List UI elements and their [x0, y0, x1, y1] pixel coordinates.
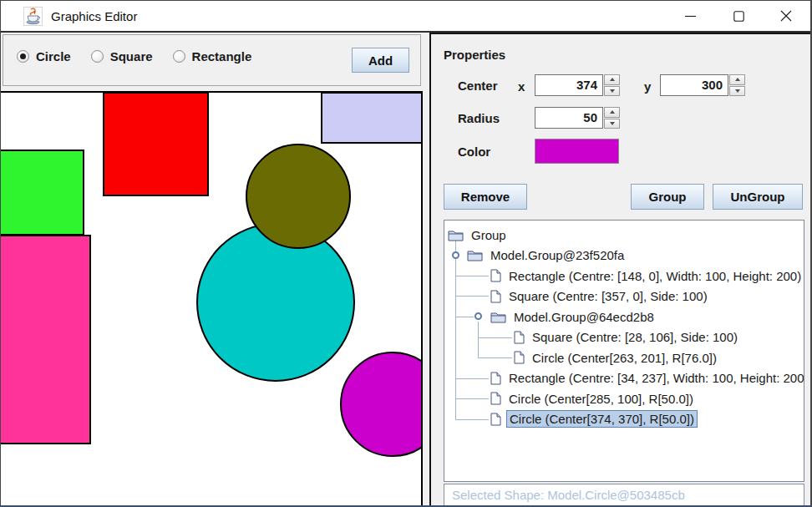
teal-circle[interactable] [197, 224, 354, 381]
radio-rectangle-icon [173, 50, 185, 63]
close-button[interactable] [766, 1, 805, 31]
document-icon [490, 413, 501, 426]
radio-square-label: Square [110, 49, 153, 63]
tree-line [455, 378, 489, 379]
group-button[interactable]: Group [631, 184, 704, 210]
radius-spinner: 50 [535, 107, 620, 129]
arrow-up-icon [610, 110, 615, 114]
tree-item-circle-263-201[interactable]: Circle (Center[263, 201], R[76.0]) [514, 348, 719, 367]
center-x-input[interactable]: 374 [535, 74, 603, 96]
tree-item-square-28-106[interactable]: Square (Centre: [28, 106], Side: 100) [514, 328, 740, 347]
app-window: Graphics Editor Circle Square Rectangle [0, 0, 812, 507]
tree-line [478, 357, 512, 358]
tree-item-model-group-64ecd2b8[interactable]: Model.Group@64ecd2b8 [490, 307, 657, 326]
x-label: x [518, 79, 525, 94]
status-text-field[interactable]: Selected Shape: Model.Circle@503485cb [444, 484, 804, 506]
expand-handle-icon[interactable] [452, 251, 459, 259]
tree-line [455, 296, 489, 297]
folder-icon [467, 249, 483, 261]
center-x-down-button[interactable] [604, 86, 620, 97]
tree-line [455, 237, 456, 419]
radio-circle-icon [17, 50, 29, 63]
tree-item-rectangle-34-237[interactable]: Rectangle (Centre: [34, 237], Width: 100… [490, 369, 804, 388]
center-label: Center [458, 79, 498, 93]
close-icon [780, 10, 792, 22]
color-label: Color [458, 144, 490, 159]
tree-line [455, 398, 489, 399]
center-y-input[interactable]: 300 [660, 74, 728, 96]
add-button[interactable]: Add [352, 48, 409, 73]
drawing-canvas[interactable] [1, 91, 423, 507]
pink-rectangle[interactable] [1, 236, 90, 444]
tree-item-rectangle-148-0[interactable]: Rectangle (Centre: [148, 0], Width: 100,… [490, 266, 804, 285]
shape-tree: Group Model.Group@23f520fa Rectangle (Ce… [444, 220, 804, 482]
folder-icon [448, 229, 464, 241]
tree-item-square-357-0[interactable]: Square (Centre: [357, 0], Side: 100) [490, 287, 710, 306]
radius-down-button[interactable] [604, 119, 620, 129]
radio-circle-label: Circle [36, 49, 71, 63]
tree-item-circle-374-370[interactable]: Circle (Center[374, 370], R[50.0]) [490, 410, 698, 428]
document-icon [490, 269, 501, 282]
arrow-up-icon [735, 78, 740, 81]
tree-item-group-root[interactable]: Group [448, 226, 509, 244]
document-icon [490, 290, 501, 303]
tree-item-circle-285-100[interactable]: Circle (Center[285, 100], R[50.0]) [490, 389, 696, 408]
radio-rectangle[interactable]: Rectangle [173, 49, 252, 63]
title-bar: Graphics Editor [1, 1, 810, 33]
folder-icon [490, 311, 506, 323]
document-icon [514, 351, 525, 364]
lavender-rectangle[interactable] [322, 93, 423, 143]
minimize-button[interactable] [671, 1, 710, 31]
shape-toolbar: Circle Square Rectangle Add [3, 34, 421, 86]
tree-line [455, 419, 489, 420]
ungroup-button[interactable]: UnGroup [713, 184, 803, 210]
arrow-down-icon [735, 89, 740, 93]
document-icon [490, 392, 501, 405]
radius-input[interactable]: 50 [535, 107, 603, 129]
tree-line [478, 337, 512, 338]
minimize-icon [685, 11, 696, 22]
olive-circle[interactable] [246, 144, 350, 248]
tree-line [478, 322, 479, 358]
radio-rectangle-label: Rectangle [192, 49, 252, 63]
radius-up-button[interactable] [604, 107, 620, 118]
radio-square-icon [91, 50, 104, 63]
arrow-down-icon [610, 122, 615, 125]
radius-label: Radius [458, 111, 500, 125]
window-title: Graphics Editor [51, 9, 137, 23]
radio-circle[interactable]: Circle [17, 49, 71, 63]
properties-panel: Properties Center x 374 y 300 Radius 50 [429, 33, 811, 506]
tree-item-model-group-23f520fa[interactable]: Model.Group@23f520fa [467, 246, 627, 265]
arrow-up-icon [610, 78, 615, 81]
tree-line [455, 317, 474, 317]
document-icon [490, 372, 501, 385]
tree-line [455, 276, 489, 276]
y-label: y [644, 79, 651, 94]
shape-radio-group: Circle Square Rectangle [17, 49, 272, 63]
maximize-icon [733, 11, 744, 22]
remove-button[interactable]: Remove [444, 184, 527, 210]
radio-square[interactable]: Square [91, 49, 153, 63]
center-y-up-button[interactable] [729, 74, 745, 85]
center-y-down-button[interactable] [729, 86, 745, 97]
properties-header: Properties [444, 48, 505, 62]
magenta-circle[interactable] [341, 352, 423, 456]
color-swatch[interactable] [535, 139, 619, 164]
center-y-spinner: 300 [660, 74, 745, 96]
document-icon [514, 331, 525, 344]
arrow-down-icon [610, 89, 615, 93]
green-square[interactable] [1, 150, 84, 235]
maximize-button[interactable] [719, 1, 759, 31]
expand-handle-icon[interactable] [475, 312, 482, 320]
center-x-up-button[interactable] [604, 74, 620, 85]
red-rectangle[interactable] [104, 93, 208, 195]
center-x-spinner: 374 [535, 74, 620, 96]
java-app-icon [23, 7, 43, 26]
